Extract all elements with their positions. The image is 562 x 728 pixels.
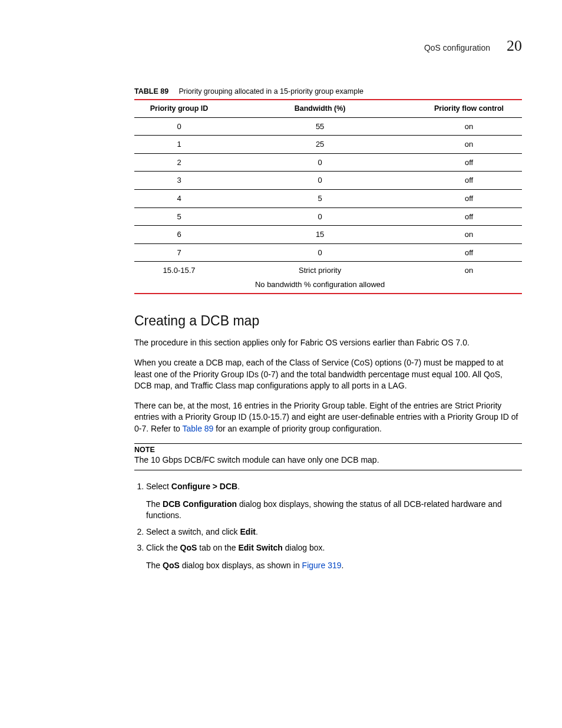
table-label: TABLE 89 xyxy=(134,87,168,95)
no-bandwidth-text: No bandwidth % configuration allowed xyxy=(226,279,414,290)
dialog-name: DCB Configuration xyxy=(163,499,237,509)
section-heading: Creating a DCB map xyxy=(134,312,522,330)
text: dialog box. xyxy=(283,543,325,552)
cell: 0 xyxy=(224,153,416,172)
cell: 15.0-15.7 xyxy=(134,262,224,294)
table-89: Priority group ID Bandwidth (%) Priority… xyxy=(134,99,522,294)
cell: on xyxy=(416,117,522,136)
table-89-link[interactable]: Table 89 xyxy=(182,424,213,433)
cell: 55 xyxy=(224,117,416,136)
paragraph: There can be, at the most, 16 entries in… xyxy=(134,400,522,435)
cell: Strict priority No bandwidth % configura… xyxy=(224,262,416,294)
tab-name: QoS xyxy=(180,543,197,552)
cell: 6 xyxy=(134,226,224,244)
cell: 3 xyxy=(134,172,224,190)
cell: 4 xyxy=(134,190,224,208)
cell: 0 xyxy=(224,207,416,226)
page-content: TABLE 89 Priority grouping allocated in … xyxy=(134,87,522,571)
cell: 5 xyxy=(134,207,224,226)
note-label: NOTE xyxy=(134,445,522,455)
table-row: 7 0 off xyxy=(134,243,522,262)
cell: 7 xyxy=(134,243,224,262)
col-priority-flow-control: Priority flow control xyxy=(416,100,522,117)
text: . xyxy=(256,527,258,536)
paragraph: The procedure in this section applies on… xyxy=(134,337,522,349)
cell: off xyxy=(416,243,522,262)
step-body: The DCB Configuration dialog box display… xyxy=(146,499,522,522)
button-name: Edit xyxy=(240,527,256,536)
note-block: NOTE The 10 Gbps DCB/FC switch module ca… xyxy=(134,443,522,470)
text: dialog box displays, as shown in xyxy=(180,561,302,570)
step-3: Click the QoS tab on the Edit Switch dia… xyxy=(146,542,522,571)
text: Click the xyxy=(146,543,180,552)
figure-319-link[interactable]: Figure 319 xyxy=(302,561,342,570)
step-body: The QoS dialog box displays, as shown in… xyxy=(146,560,522,572)
menu-path: Configure > DCB xyxy=(171,482,237,491)
cell: on xyxy=(416,262,522,294)
dialog-name: QoS xyxy=(163,561,180,570)
table-row: 6 15 on xyxy=(134,226,522,244)
table-row: 5 0 off xyxy=(134,207,522,226)
page-header: QoS configuration 20 xyxy=(40,35,522,56)
cell: on xyxy=(416,226,522,244)
cell: off xyxy=(416,172,522,190)
cell: 15 xyxy=(224,226,416,244)
text: for an example of priority group configu… xyxy=(213,424,382,433)
strict-priority-text: Strict priority xyxy=(226,265,414,276)
dialog-name: Edit Switch xyxy=(238,543,282,552)
cell: 2 xyxy=(134,153,224,172)
text: tab on the xyxy=(197,543,238,552)
table-row: 2 0 off xyxy=(134,153,522,172)
table-row: 3 0 off xyxy=(134,172,522,190)
cell: off xyxy=(416,190,522,208)
text: . xyxy=(237,482,240,491)
note-text: The 10 Gbps DCB/FC switch module can hav… xyxy=(134,454,522,466)
cell: off xyxy=(416,207,522,226)
cell: 0 xyxy=(224,243,416,262)
cell: 5 xyxy=(224,190,416,208)
text: The xyxy=(146,499,163,509)
table-header-row: Priority group ID Bandwidth (%) Priority… xyxy=(134,100,522,117)
table-row: 0 55 on xyxy=(134,117,522,136)
table-row: 1 25 on xyxy=(134,136,522,154)
procedure-list: Select Configure > DCB. The DCB Configur… xyxy=(134,481,522,572)
cell: 25 xyxy=(224,136,416,154)
table-row-last: 15.0-15.7 Strict priority No bandwidth %… xyxy=(134,262,522,294)
cell: 1 xyxy=(134,136,224,154)
table-caption: TABLE 89 Priority grouping allocated in … xyxy=(134,87,522,97)
col-priority-group-id: Priority group ID xyxy=(134,100,224,117)
step-2: Select a switch, and click Edit. xyxy=(146,526,522,538)
text: The xyxy=(146,561,163,570)
cell: 0 xyxy=(224,172,416,190)
cell: on xyxy=(416,136,522,154)
paragraph: When you create a DCB map, each of the C… xyxy=(134,357,522,392)
text: . xyxy=(342,561,344,570)
text: Select a switch, and click xyxy=(146,527,240,536)
table-caption-text: Priority grouping allocated in a 15-prio… xyxy=(179,87,363,95)
priority-group-table: Priority group ID Bandwidth (%) Priority… xyxy=(134,99,522,293)
header-title: QoS configuration xyxy=(424,42,490,54)
text: Select xyxy=(146,482,171,491)
table-row: 4 5 off xyxy=(134,190,522,208)
cell: 0 xyxy=(134,117,224,136)
step-1: Select Configure > DCB. The DCB Configur… xyxy=(146,481,522,522)
cell: off xyxy=(416,153,522,172)
col-bandwidth: Bandwidth (%) xyxy=(224,100,416,117)
chapter-number: 20 xyxy=(507,35,522,56)
